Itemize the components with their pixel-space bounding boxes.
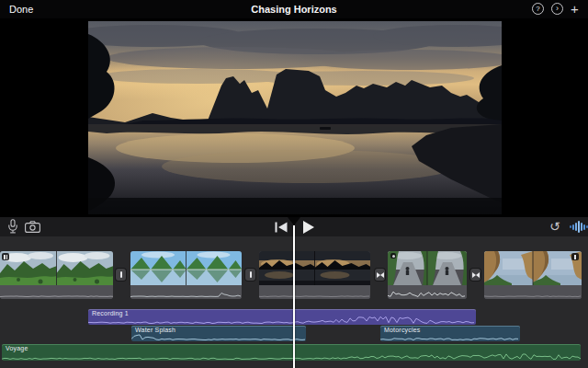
audio-track-recording[interactable]: Recording 1 xyxy=(88,309,476,325)
clip-audio-strip xyxy=(259,285,370,299)
clip-sunset-lake[interactable] xyxy=(259,251,370,299)
clip-badge-icon xyxy=(2,253,9,260)
help-icon[interactable]: ? xyxy=(532,3,544,15)
microphone-icon[interactable] xyxy=(7,219,18,234)
audio-track-voyage[interactable]: Voyage xyxy=(2,344,581,361)
clip-mountain-road[interactable] xyxy=(388,251,467,299)
clip-thumbnail xyxy=(0,251,113,285)
clip-audio-strip xyxy=(388,285,467,299)
add-media-icon[interactable]: + xyxy=(568,0,582,17)
clip-audio-strip xyxy=(484,285,582,299)
camera-icon[interactable] xyxy=(25,221,40,233)
sunset-lake-frame xyxy=(88,21,502,214)
skip-to-start-icon[interactable] xyxy=(275,222,288,233)
playhead-notch xyxy=(288,217,300,225)
imovie-editor: Done Chasing Horizons ? › + xyxy=(0,0,588,368)
clip-cliff-vista[interactable] xyxy=(484,251,582,299)
clip-thumbnail xyxy=(484,251,582,285)
clip-thumbnail xyxy=(130,251,242,285)
transition-none-icon[interactable] xyxy=(245,269,255,281)
clip-green-valley[interactable] xyxy=(0,251,113,299)
clip-badge-icon xyxy=(390,253,396,259)
clip-badge-icon xyxy=(571,253,579,260)
audio-waveform-toggle-icon[interactable] xyxy=(570,221,588,233)
transition-cross-dissolve-icon[interactable] xyxy=(470,269,481,281)
clip-thumbnail xyxy=(388,251,467,285)
top-bar: Done Chasing Horizons ? › + xyxy=(0,0,588,18)
video-preview xyxy=(88,21,502,214)
transition-cross-dissolve-icon[interactable] xyxy=(375,269,385,281)
circled-arrow-icon[interactable]: › xyxy=(551,3,563,15)
project-title: Chasing Horizons xyxy=(0,0,588,18)
clip-karst-lake[interactable] xyxy=(130,251,242,299)
audio-track-water-splash[interactable]: Water Splash xyxy=(131,326,306,341)
clip-audio-strip xyxy=(0,285,113,299)
clip-thumbnail xyxy=(259,251,370,285)
preview-area xyxy=(0,18,588,217)
transition-none-icon[interactable] xyxy=(116,269,126,281)
audio-track-motorcycles[interactable]: Motorcycles xyxy=(380,326,520,341)
clip-audio-strip xyxy=(130,285,242,299)
playhead[interactable] xyxy=(293,225,295,368)
undo-icon[interactable]: ↺ xyxy=(549,217,560,236)
play-icon[interactable] xyxy=(303,221,314,234)
